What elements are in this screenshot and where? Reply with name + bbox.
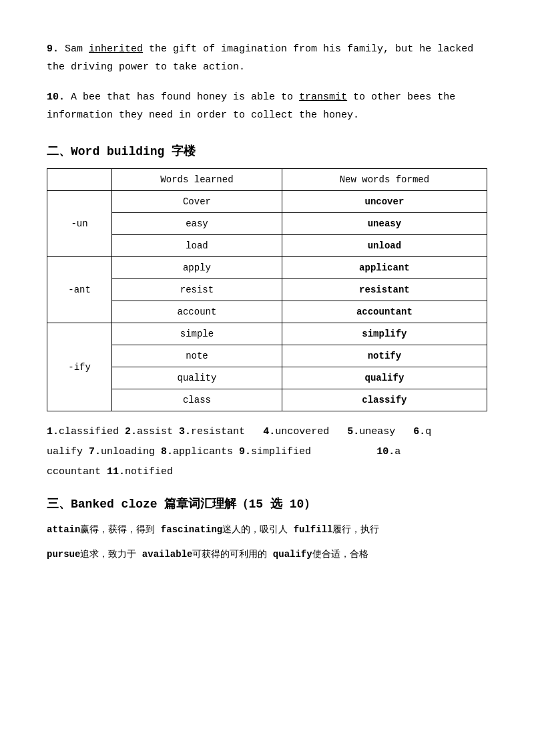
section2-title: 二、Word building 字楼 bbox=[47, 143, 487, 159]
vocab-block: attain赢得，获得，得到 fascinating迷人的，吸引人 fulfil… bbox=[47, 520, 487, 565]
sentence-9-before: Sam bbox=[65, 43, 89, 55]
table-row: notenotify bbox=[47, 345, 487, 367]
learned-cell: quality bbox=[112, 367, 282, 389]
table-row: -antapplyapplicant bbox=[47, 257, 487, 279]
answer-8: 8.applicants bbox=[161, 446, 239, 457]
answer-6: 6.q bbox=[413, 426, 431, 437]
vocab-eng-fulfill: fulfill bbox=[294, 524, 333, 535]
table-row: classclassify bbox=[47, 389, 487, 411]
formed-cell: classify bbox=[282, 389, 487, 411]
vocab-chn-fulfill: 履行，执行 bbox=[332, 524, 379, 535]
vocab-chn-attain: 赢得，获得，得到 bbox=[80, 524, 160, 535]
prefix-cell: -un bbox=[47, 191, 112, 257]
section3-title: 三、Banked cloze 篇章词汇理解（15 选 10） bbox=[47, 496, 487, 512]
formed-cell: accountant bbox=[282, 301, 487, 323]
answer-2: 2.assist bbox=[125, 426, 179, 437]
vocab-chn-available: 可获得的可利用的 bbox=[192, 549, 272, 560]
table-row: loadunload bbox=[47, 235, 487, 257]
vocab-eng-available: available bbox=[142, 549, 193, 560]
formed-cell: unload bbox=[282, 235, 487, 257]
table-header-formed: New words formed bbox=[282, 169, 487, 191]
formed-cell: notify bbox=[282, 345, 487, 367]
formed-cell: simplify bbox=[282, 323, 487, 345]
sentence-9-keyword: inherited bbox=[89, 43, 143, 55]
formed-cell: applicant bbox=[282, 257, 487, 279]
sentence-10-number: 10. bbox=[47, 91, 65, 103]
sentence-9-number: 9. bbox=[47, 43, 59, 55]
vocab-eng-attain: attain bbox=[47, 524, 80, 535]
answers-block: 1.classified 2.assist 3.resistant 4.unco… bbox=[47, 422, 487, 482]
table-row: easyuneasy bbox=[47, 213, 487, 235]
word-building-table: Words learned New words formed -unCoveru… bbox=[47, 168, 487, 411]
answer-9: 9.simplified bbox=[239, 446, 317, 457]
formed-cell: uncover bbox=[282, 191, 487, 213]
sentence-10: 10. A bee that has found honey is able t… bbox=[47, 88, 487, 124]
vocab-eng-qualify: qualify bbox=[273, 549, 312, 560]
prefix-cell: -ant bbox=[47, 257, 112, 323]
learned-cell: easy bbox=[112, 213, 282, 235]
learned-cell: load bbox=[112, 235, 282, 257]
answer-5: 5.uneasy bbox=[347, 426, 413, 437]
answer-10: 10.a bbox=[376, 446, 400, 457]
learned-cell: account bbox=[112, 301, 282, 323]
table-header-prefix bbox=[47, 169, 112, 191]
table-header-learned: Words learned bbox=[112, 169, 282, 191]
vocab-chn-qualify: 使合适，合格 bbox=[312, 549, 368, 560]
table-header-row: Words learned New words formed bbox=[47, 169, 487, 191]
table-row: -unCoveruncover bbox=[47, 191, 487, 213]
learned-cell: resist bbox=[112, 279, 282, 301]
prefix-cell: -ify bbox=[47, 323, 112, 411]
answer-10b: ccountant bbox=[47, 466, 107, 478]
sentence-9: 9. Sam inherited the gift of imagination… bbox=[47, 40, 487, 76]
learned-cell: class bbox=[112, 389, 282, 411]
answer-6b: ualify bbox=[47, 446, 89, 457]
vocab-chn-pursue: 追求，致力于 bbox=[80, 549, 142, 560]
vocab-eng-fascinating: fascinating bbox=[161, 524, 222, 535]
answer-11: 11.notified bbox=[107, 466, 173, 478]
table-row: resistresistant bbox=[47, 279, 487, 301]
table-row: qualityqualify bbox=[47, 367, 487, 389]
answer-1: 1.classified bbox=[47, 426, 125, 437]
formed-cell: resistant bbox=[282, 279, 487, 301]
learned-cell: note bbox=[112, 345, 282, 367]
vocab-eng-pursue: pursue bbox=[47, 549, 80, 560]
table-row: accountaccountant bbox=[47, 301, 487, 323]
sentence-10-keyword: transmit bbox=[299, 91, 347, 103]
formed-cell: qualify bbox=[282, 367, 487, 389]
sentence-10-before: A bee that has found honey is able to bbox=[71, 91, 299, 103]
learned-cell: Cover bbox=[112, 191, 282, 213]
formed-cell: uneasy bbox=[282, 213, 487, 235]
answer-3: 3.resistant bbox=[179, 426, 263, 437]
answer-4: 4.uncovered bbox=[263, 426, 347, 437]
answer-7: 7.unloading bbox=[89, 446, 161, 457]
learned-cell: apply bbox=[112, 257, 282, 279]
vocab-chn-fascinating: 迷人的，吸引人 bbox=[222, 524, 293, 535]
table-row: -ifysimplesimplify bbox=[47, 323, 487, 345]
learned-cell: simple bbox=[112, 323, 282, 345]
